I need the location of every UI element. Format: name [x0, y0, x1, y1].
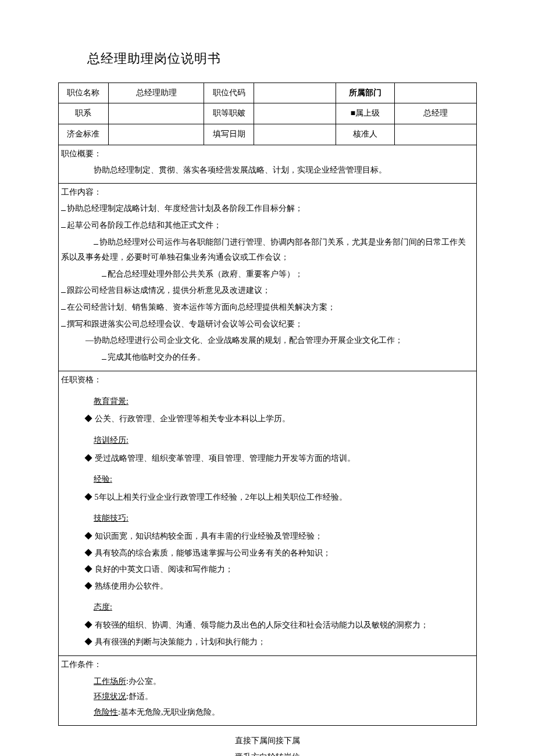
page-title: 总经理助理岗位说明书	[87, 46, 477, 71]
hdr-cell	[254, 83, 336, 103]
hdr-cell	[108, 103, 204, 124]
qual-skill-item: 熟练使用办公软件。	[84, 579, 474, 594]
work-item: 完成其他临时交办的任务。	[102, 350, 474, 366]
hdr-cell: 所属部门	[336, 83, 395, 103]
hdr-cell: 职位名称	[59, 83, 109, 103]
qual-exp-item: 5年以上相关行业企业行政管理工作经验，2年以上相关职位工作经验。	[84, 490, 474, 506]
hdr-cell	[254, 103, 336, 124]
hdr-cell: 总经理	[395, 103, 477, 124]
qual-att-head: 态度:	[94, 600, 474, 615]
qual-skill-item: 知识面宽，知识结构较全面，具有丰需的行业经验及管理经验；	[84, 529, 474, 544]
header-table: 职位名称 总经理助理 职位代码 所属部门 职系 职等职皴 ■属上级 总经理 济金…	[58, 83, 477, 145]
cond-env: 环境状况:舒适。	[94, 689, 474, 705]
qual-att-item: 具有很强的判断与决策能力，计划和执行能力；	[84, 635, 474, 650]
hdr-cell: 核准人	[336, 124, 395, 145]
cond-heading: 工作条件：	[61, 657, 474, 673]
hdr-cell: 职系	[59, 103, 109, 124]
work-item: 起草公司各阶段工作总结和其他正式文件；	[61, 218, 474, 234]
summary-heading: 职位概要：	[61, 146, 474, 162]
work-item: 撰写和跟进落实公司总经理会议、专题研讨会议等公司会议纪要；	[61, 317, 474, 332]
section-work: 工作内容： 协助总经理制定战略计划、年度经营计划及各阶段工作目标分解； 起草公司…	[59, 183, 476, 371]
hdr-cell: ■属上级	[336, 103, 395, 124]
summary-text: 协助总经理制定、贯彻、落实各项经营发展战略、计划，实现企业经营管理目标。	[94, 163, 474, 178]
footer: 直接下属间接下属 晋升方向轮转岗位	[58, 733, 477, 756]
work-item: —协助总经理进行公司企业文化、企业战略发展的规划，配合管理办开展企业文化工作；	[85, 333, 474, 349]
cond-place: 工作场所:办公室。	[94, 674, 474, 690]
footer-line1: 直接下属间接下属	[58, 733, 477, 749]
cond-risk: 危险性:基本无危险,无职业病危险。	[94, 705, 474, 721]
work-item: 协助总经理制定战略计划、年度经营计划及各阶段工作目标分解；	[61, 201, 474, 217]
section-summary: 职位概要： 协助总经理制定、贯彻、落实各项经营发展战略、计划，实现企业经营管理目…	[59, 145, 476, 183]
qual-train-head: 培训经历:	[94, 433, 474, 449]
hdr-cell: 职位代码	[204, 83, 254, 103]
section-qual: 任职资格： 教育背景: 公关、行政管理、企业管理等相关专业本科以上学历。 培训经…	[59, 371, 476, 655]
qual-att-item: 有较强的组织、协调、沟通、领导能力及出色的人际交往和社会活动能力以及敏锐的洞察力…	[84, 618, 474, 633]
work-item: 在公司经营计划、销售策略、资本运作等方面向总经理提供相关解决方案；	[61, 300, 474, 316]
qual-edu-item: 公关、行政管理、企业管理等相关专业本科以上学历。	[84, 411, 474, 427]
hdr-cell	[254, 124, 336, 145]
hdr-cell: 职等职皴	[204, 103, 254, 124]
work-item: 配合总经理处理外部公共关系（政府、重要客户等）；	[102, 267, 474, 282]
hdr-cell: 济金标准	[59, 124, 109, 145]
section-cond: 工作条件： 工作场所:办公室。 环境状况:舒适。 危险性:基本无危险,无职业病危…	[59, 655, 476, 725]
hdr-cell	[108, 124, 204, 145]
qual-skill-item: 具有较高的综合素质，能够迅速掌握与公司业务有关的各种知识；	[84, 546, 474, 561]
qual-edu-head: 教育背景:	[94, 394, 474, 410]
work-heading: 工作内容：	[61, 185, 474, 200]
hdr-cell	[395, 124, 477, 145]
hdr-cell: 总经理助理	[108, 83, 204, 103]
qual-exp-head: 经验:	[94, 472, 474, 488]
qual-train-item: 受过战略管理、组织变革管理、项目管理、管理能力开发等方面的培训。	[84, 451, 474, 467]
hdr-cell	[395, 83, 477, 103]
footer-line2: 晋升方向轮转岗位	[58, 749, 477, 756]
qual-heading: 任职资格：	[61, 372, 474, 388]
qual-skill-head: 技能技巧:	[94, 511, 474, 526]
work-item: 协助总经理对公司运作与各职能部门进行管理、协调内部各部门关系，尤其是业务部门间的…	[61, 235, 474, 266]
work-item: 跟踪公司经营目标达成情况，提供分析意见及改进建议；	[61, 283, 474, 299]
hdr-cell: 填写日期	[204, 124, 254, 145]
qual-skill-item: 良好的中英文口语、阅读和写作能力；	[84, 562, 474, 578]
